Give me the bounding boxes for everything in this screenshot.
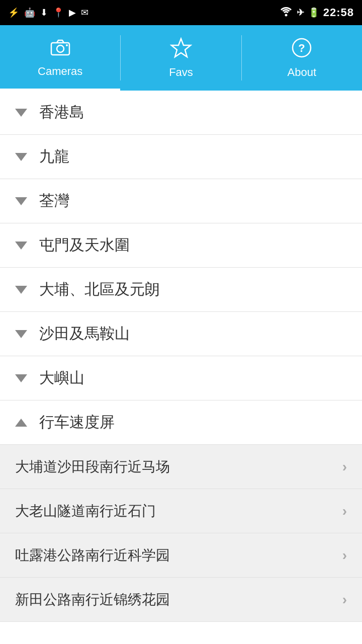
help-icon: ?: [291, 37, 313, 62]
chevron-down-icon: [15, 153, 27, 161]
android-icon: 🤖: [24, 7, 35, 18]
section-kowloon-label: 九龍: [39, 146, 69, 167]
chevron-down-icon: [15, 330, 27, 338]
chevron-down-icon: [15, 109, 27, 117]
sub-item-4[interactable]: 新田公路南行近锦绣花园 ›: [0, 578, 362, 622]
chevron-up-icon: [15, 419, 27, 427]
section-tsuen-wan[interactable]: 荃灣: [0, 179, 362, 223]
svg-text:?: ?: [299, 42, 305, 54]
tab-about-label: About: [288, 66, 317, 79]
svg-point-0: [285, 14, 287, 16]
tab-bar: Cameras Favs ? About: [0, 25, 362, 91]
airplane-icon: ✈: [297, 7, 304, 18]
status-icons-left: ⚡ 🤖 ⬇ 📍 ▶ ✉: [8, 7, 88, 18]
tab-favs-label: Favs: [169, 66, 193, 79]
time-display: 22:58: [323, 6, 354, 19]
tab-cameras-label: Cameras: [38, 65, 82, 78]
section-sha-tin[interactable]: 沙田及馬鞍山: [0, 312, 362, 356]
sub-item-2[interactable]: 大老山隧道南行近石门 ›: [0, 489, 362, 533]
sub-item-3-label: 吐露港公路南行近科学园: [15, 546, 170, 565]
mail-icon: ✉: [81, 7, 88, 18]
chevron-down-icon: [15, 374, 27, 382]
tab-cameras[interactable]: Cameras: [0, 25, 120, 91]
sub-item-3[interactable]: 吐露港公路南行近科学园 ›: [0, 533, 362, 578]
sub-item-2-arrow: ›: [342, 503, 347, 519]
main-list: 香港島 九龍 荃灣 屯門及天水圍 大埔、北區及元朗 沙田及馬鞍山 大嶼山 行车速…: [0, 91, 362, 622]
sub-item-4-arrow: ›: [342, 592, 347, 608]
download-icon: ⬇: [40, 7, 48, 18]
section-hong-kong-island[interactable]: 香港島: [0, 91, 362, 135]
sub-item-2-label: 大老山隧道南行近石门: [15, 502, 156, 521]
section-lantau-label: 大嶼山: [39, 368, 84, 388]
sub-item-4-label: 新田公路南行近锦绣花园: [15, 590, 170, 609]
section-tsuen-wan-label: 荃灣: [39, 191, 69, 211]
sub-item-1-label: 大埔道沙田段南行近马场: [15, 457, 170, 476]
usb-icon: ⚡: [8, 7, 19, 18]
svg-marker-4: [171, 39, 191, 57]
section-tuen-mun[interactable]: 屯門及天水圍: [0, 223, 362, 268]
section-tai-po-label: 大埔、北區及元朗: [39, 279, 160, 300]
svg-point-2: [57, 45, 64, 52]
location-icon: 📍: [53, 7, 64, 18]
battery-icon: 🔋: [308, 7, 319, 18]
section-kowloon[interactable]: 九龍: [0, 135, 362, 179]
chevron-down-icon: [15, 197, 27, 205]
tab-favs[interactable]: Favs: [121, 25, 241, 91]
section-tai-po[interactable]: 大埔、北區及元朗: [0, 268, 362, 312]
section-tuen-mun-label: 屯門及天水圍: [39, 235, 130, 256]
section-speed-label: 行车速度屏: [39, 412, 115, 433]
status-bar: ⚡ 🤖 ⬇ 📍 ▶ ✉ ✈ 🔋 22:58: [0, 0, 362, 25]
section-lantau[interactable]: 大嶼山: [0, 356, 362, 400]
camera-icon: [49, 36, 71, 61]
star-icon: [170, 37, 192, 62]
sub-item-1[interactable]: 大埔道沙田段南行近马场 ›: [0, 445, 362, 489]
tab-about[interactable]: ? About: [242, 25, 362, 91]
status-icons-right: ✈ 🔋 22:58: [280, 6, 354, 19]
sub-item-3-arrow: ›: [342, 547, 347, 564]
play-icon: ▶: [69, 7, 76, 18]
svg-point-3: [66, 44, 68, 46]
chevron-down-icon: [15, 242, 27, 250]
section-sha-tin-label: 沙田及馬鞍山: [39, 324, 130, 344]
wifi-icon: [280, 7, 293, 19]
section-hong-kong-island-label: 香港島: [39, 102, 84, 123]
sub-item-1-arrow: ›: [342, 459, 347, 475]
chevron-down-icon: [15, 286, 27, 294]
section-speed[interactable]: 行车速度屏: [0, 400, 362, 445]
